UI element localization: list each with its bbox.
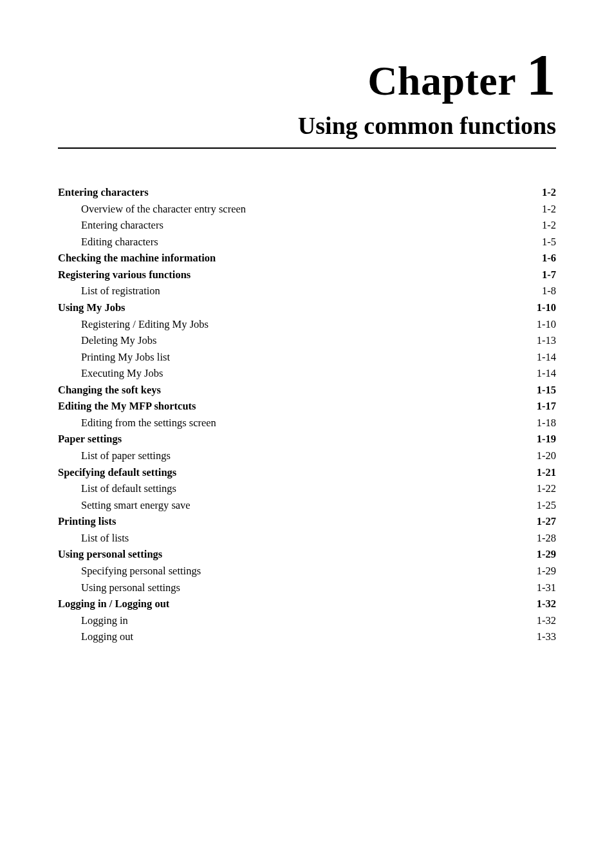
toc-entry: Checking the machine information1-6 [58,250,556,267]
toc-entry-page: 1-32 [537,596,556,612]
toc-entry-title: List of registration [81,283,160,299]
toc-entry: Registering various functions1-7 [58,267,556,283]
toc-entry: Logging out1-33 [81,628,556,645]
toc-entry-title: Entering characters [81,217,163,234]
toc-entry-page: 1-8 [542,283,556,299]
toc-entry-page: 1-15 [537,382,556,399]
toc-entry: Specifying personal settings1-29 [81,563,556,580]
toc-entry-page: 1-28 [537,530,556,547]
toc-entry: List of lists1-28 [81,530,556,547]
toc-entry: Deleting My Jobs1-13 [81,332,556,349]
toc-entry: Using personal settings1-31 [81,580,556,596]
chapter-title: Chapter 1 [58,45,556,105]
chapter-label: Chapter [367,58,516,104]
toc-entry-title: Editing characters [81,234,158,250]
toc-entry-title: Editing from the settings screen [81,415,216,431]
toc-entry-title: Logging in [81,612,128,629]
toc-entry: List of paper settings1-20 [81,448,556,464]
toc-entry-page: 1-18 [537,415,556,431]
toc-entry-title: Registering / Editing My Jobs [81,316,209,333]
toc-entry-title: Deleting My Jobs [81,332,156,349]
toc-entry-page: 1-31 [537,580,556,596]
toc-entry-title: List of lists [81,530,129,547]
toc-entry: List of registration1-8 [81,283,556,299]
toc-entry-title: Editing the My MFP shortcuts [58,398,196,415]
toc-entry-page: 1-13 [537,332,556,349]
toc-entry: Editing from the settings screen1-18 [81,415,556,431]
toc-entry: Changing the soft keys1-15 [58,382,556,399]
toc-entry-title: Executing My Jobs [81,365,163,382]
toc-entry-page: 1-10 [537,299,556,316]
toc-entry-page: 1-33 [537,628,556,645]
toc-entry-title: Entering characters [58,184,149,201]
toc-entry: Editing the My MFP shortcuts1-17 [58,398,556,415]
toc-entry: Setting smart energy save1-25 [81,497,556,514]
toc-entry-title: Using personal settings [58,546,162,563]
toc-entry-title: Checking the machine information [58,250,216,267]
toc-entry: Printing My Jobs list1-14 [81,349,556,366]
toc-entry: Overview of the character entry screen1-… [81,201,556,218]
toc-entry-page: 1-14 [537,365,556,382]
toc-entry-page: 1-29 [537,546,556,563]
toc-entry-page: 1-21 [537,464,556,481]
toc-entry: Logging in / Logging out1-32 [58,596,556,612]
toc-entry-title: Changing the soft keys [58,382,161,399]
toc-entry-title: Printing lists [58,513,116,530]
toc-entry-title: Paper settings [58,431,122,448]
toc-entry-page: 1-2 [542,217,556,234]
toc-entry: Using My Jobs1-10 [58,299,556,316]
toc-entry-page: 1-25 [537,497,556,514]
toc-entry-title: Using personal settings [81,580,180,596]
toc-entry-page: 1-19 [537,431,556,448]
toc-entry: Printing lists1-27 [58,513,556,530]
toc-entry: Logging in1-32 [81,612,556,629]
toc-entry-page: 1-20 [537,448,556,464]
toc-entry-page: 1-29 [537,563,556,580]
toc-entry-page: 1-10 [537,316,556,333]
toc-entry-page: 1-17 [537,398,556,415]
toc-entry-page: 1-6 [542,250,556,267]
toc-entry: Specifying default settings1-21 [58,464,556,481]
toc-entry-page: 1-27 [537,513,556,530]
toc-entry-page: 1-32 [537,612,556,629]
toc-entry: Executing My Jobs1-14 [81,365,556,382]
toc-entry-title: Specifying personal settings [81,563,201,580]
toc-entry-title: Setting smart energy save [81,497,191,514]
toc-entry: Entering characters1-2 [58,184,556,201]
toc-entry-title: Logging in / Logging out [58,596,169,612]
toc-entry: Entering characters1-2 [81,217,556,234]
toc-entry-title: List of paper settings [81,448,171,464]
toc-entry-page: 1-14 [537,349,556,366]
toc-entry-page: 1-2 [542,184,556,201]
toc-entry-title: Logging out [81,628,133,645]
toc-entry: List of default settings1-22 [81,480,556,497]
toc-entry: Registering / Editing My Jobs1-10 [81,316,556,333]
toc-entry-title: Registering various functions [58,267,191,283]
toc-entry-title: List of default settings [81,480,176,497]
toc-entry-page: 1-2 [542,201,556,218]
toc-entry-page: 1-5 [542,234,556,250]
toc-entry: Using personal settings1-29 [58,546,556,563]
toc-entry: Paper settings1-19 [58,431,556,448]
toc-entry-title: Using My Jobs [58,299,126,316]
toc-entry: Editing characters1-5 [81,234,556,250]
table-of-contents: Entering characters1-2Overview of the ch… [58,184,556,645]
document-page: Chapter 1 Using common functions Enterin… [0,0,614,645]
toc-entry-page: 1-7 [542,267,556,283]
toc-entry-title: Printing My Jobs list [81,349,170,366]
toc-entry-page: 1-22 [537,480,556,497]
toc-entry-title: Specifying default settings [58,464,176,481]
chapter-number: 1 [526,42,557,108]
toc-entry-title: Overview of the character entry screen [81,201,246,218]
chapter-subtitle: Using common functions [58,111,556,149]
